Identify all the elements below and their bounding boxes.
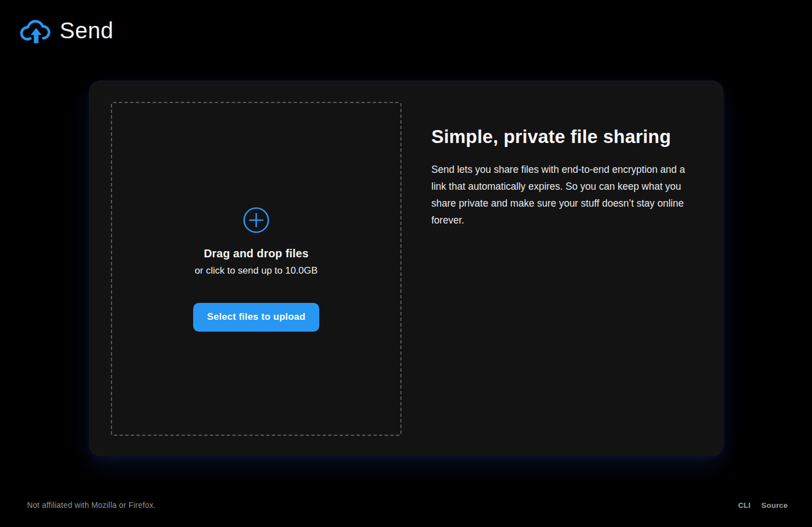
select-files-button[interactable]: Select files to upload	[193, 303, 319, 332]
file-dropzone[interactable]: Drag and drop files or click to send up …	[111, 102, 401, 436]
dropzone-title: Drag and drop files	[204, 247, 309, 260]
main-card: Drag and drop files or click to send up …	[89, 81, 724, 456]
footer-links: CLI Source	[738, 501, 788, 510]
plus-circle-icon	[243, 207, 270, 234]
cloud-upload-icon[interactable]	[20, 16, 51, 45]
footer-disclaimer: Not affiliated with Mozilla or Firefox.	[27, 501, 156, 510]
footer-link-cli[interactable]: CLI	[738, 501, 751, 510]
app-title[interactable]: Send	[60, 19, 113, 42]
footer: Not affiliated with Mozilla or Firefox. …	[27, 501, 788, 510]
intro-body: Send lets you share files with end-to-en…	[431, 161, 697, 229]
intro-heading: Simple, private file sharing	[431, 125, 697, 148]
dropzone-subtitle: or click to send up to 10.0GB	[195, 265, 318, 276]
footer-link-source[interactable]: Source	[761, 501, 788, 510]
intro-section: Simple, private file sharing Send lets y…	[431, 125, 697, 229]
header: Send	[20, 16, 113, 45]
